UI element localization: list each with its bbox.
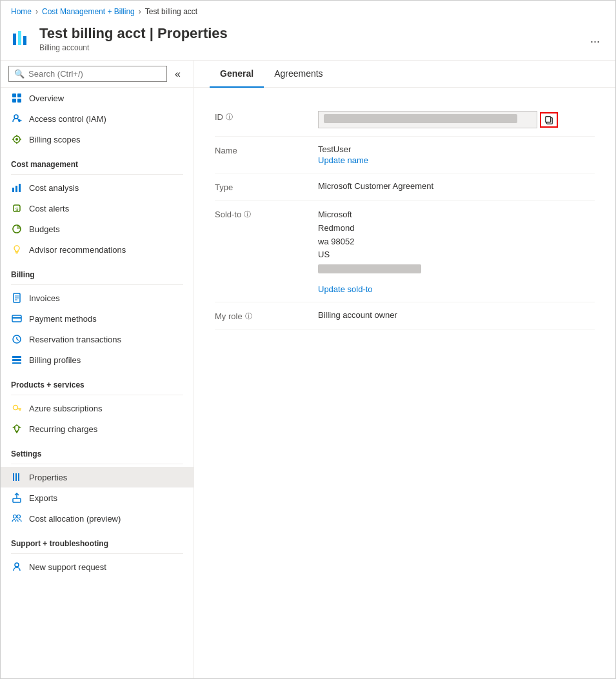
section-support: Support + troubleshooting xyxy=(1,531,194,551)
breadcrumb: Home › Cost Management + Billing › Test … xyxy=(1,1,615,20)
sidebar-item-overview[interactable]: Overview xyxy=(1,88,194,108)
svg-rect-39 xyxy=(15,473,17,481)
sidebar-item-advisor-label: Advisor recommendations xyxy=(29,245,126,255)
tab-agreements[interactable]: Agreements xyxy=(264,61,333,88)
sidebar-item-azure-subscriptions[interactable]: Azure subscriptions xyxy=(1,398,194,418)
sidebar-item-payment-methods[interactable]: Payment methods xyxy=(1,308,194,329)
sidebar-item-budgets[interactable]: Budgets xyxy=(1,219,194,239)
collapse-sidebar-button[interactable]: « xyxy=(170,68,186,80)
section-billing: Billing xyxy=(1,262,194,282)
more-options-button[interactable]: ... xyxy=(585,30,605,48)
property-row-sold-to: Sold-to ⓘ Microsoft Redmond wa 98052 US xyxy=(215,201,595,302)
svg-rect-47 xyxy=(546,116,551,122)
sidebar-item-properties-label: Properties xyxy=(29,473,67,482)
svg-rect-38 xyxy=(13,473,14,481)
svg-point-35 xyxy=(14,406,18,410)
person-group-icon xyxy=(11,513,23,524)
person-key-icon xyxy=(11,113,23,124)
search-bar: 🔍 « xyxy=(1,61,194,88)
svg-rect-16 xyxy=(12,188,14,192)
sidebar-item-invoices[interactable]: Invoices xyxy=(1,288,194,308)
search-input[interactable] xyxy=(28,69,161,79)
svg-rect-40 xyxy=(18,473,19,481)
property-value-my-role: Billing account owner xyxy=(318,310,595,321)
copy-id-button[interactable] xyxy=(540,112,558,128)
sidebar-item-properties[interactable]: Properties xyxy=(1,467,194,487)
svg-point-44 xyxy=(17,515,21,518)
dollar-alert-icon: $ xyxy=(11,202,23,214)
type-value: Microsoft Customer Agreement xyxy=(318,181,433,191)
header-icon xyxy=(11,28,32,49)
content-body: ID ⓘ xyxy=(194,88,615,345)
my-role-value: Billing account owner xyxy=(318,310,397,320)
property-label-id: ID ⓘ xyxy=(215,111,318,128)
property-label-type: Type xyxy=(215,181,318,192)
search-icon: 🔍 xyxy=(14,69,25,79)
scope-icon xyxy=(11,133,23,145)
page-title: Test billing acct | Properties xyxy=(39,25,585,42)
person-help-icon xyxy=(11,561,23,573)
sidebar-item-new-support[interactable]: New support request xyxy=(1,556,194,577)
sidebar-item-billing-scopes-label: Billing scopes xyxy=(29,135,81,144)
chart-icon xyxy=(11,182,23,193)
sidebar-item-cost-allocation[interactable]: Cost allocation (preview) xyxy=(1,508,194,529)
property-row-type: Type Microsoft Customer Agreement xyxy=(215,173,595,201)
sold-to-line2: Redmond xyxy=(318,222,595,235)
id-info-icon[interactable]: ⓘ xyxy=(226,112,233,122)
property-label-my-role: My role ⓘ xyxy=(215,310,318,321)
name-value: TestUser xyxy=(318,144,351,154)
sold-to-blurred xyxy=(318,264,421,273)
tab-general[interactable]: General xyxy=(210,61,264,88)
svg-text:$: $ xyxy=(15,206,19,212)
sidebar-item-budgets-label: Budgets xyxy=(29,224,60,234)
sidebar-item-azure-subscriptions-label: Azure subscriptions xyxy=(29,404,102,413)
section-products-services: Products + services xyxy=(1,373,194,392)
content-area: General Agreements ID ⓘ xyxy=(194,61,615,678)
sidebar-item-cost-alerts[interactable]: $ Cost alerts xyxy=(1,198,194,219)
sidebar-item-reservation-transactions-label: Reservation transactions xyxy=(29,335,121,344)
sidebar-item-invoices-label: Invoices xyxy=(29,293,60,303)
id-field xyxy=(318,111,537,128)
sidebar-item-exports[interactable]: Exports xyxy=(1,487,194,508)
sidebar-item-advisor[interactable]: Advisor recommendations xyxy=(1,239,194,260)
sidebar-item-billing-scopes[interactable]: Billing scopes xyxy=(1,129,194,150)
svg-rect-32 xyxy=(12,356,21,358)
sidebar-item-overview-label: Overview xyxy=(29,93,64,103)
export-icon xyxy=(11,492,23,504)
sidebar-item-cost-alerts-label: Cost alerts xyxy=(29,204,69,213)
page-header: Test billing acct | Properties Billing a… xyxy=(1,20,615,61)
sidebar-item-recurring-charges[interactable]: Recurring charges xyxy=(1,418,194,439)
section-settings: Settings xyxy=(1,442,194,461)
svg-point-11 xyxy=(15,138,18,141)
update-name-link[interactable]: Update name xyxy=(318,155,595,165)
breadcrumb-home[interactable]: Home xyxy=(11,7,32,16)
list-icon xyxy=(11,354,23,366)
sidebar-item-access-control[interactable]: Access control (IAM) xyxy=(1,108,194,129)
breadcrumb-cost-management[interactable]: Cost Management + Billing xyxy=(42,7,135,16)
svg-rect-1 xyxy=(18,31,21,45)
property-row-name: Name TestUser Update name xyxy=(215,137,595,173)
svg-rect-34 xyxy=(12,362,21,364)
update-sold-to-link[interactable]: Update sold-to xyxy=(318,284,595,294)
sold-to-line4: US xyxy=(318,248,595,262)
lightbulb-icon xyxy=(11,244,23,255)
svg-point-43 xyxy=(14,515,17,518)
svg-point-45 xyxy=(15,563,19,567)
svg-line-31 xyxy=(17,339,19,340)
my-role-info-icon[interactable]: ⓘ xyxy=(245,311,252,321)
content-tabs: General Agreements xyxy=(194,61,615,88)
property-value-sold-to: Microsoft Redmond wa 98052 US Update sol… xyxy=(318,208,595,294)
sidebar-item-reservation-transactions[interactable]: Reservation transactions xyxy=(1,329,194,349)
svg-rect-0 xyxy=(13,34,16,45)
sidebar-item-cost-analysis-label: Cost analysis xyxy=(29,183,79,193)
sold-to-info-icon[interactable]: ⓘ xyxy=(244,210,251,219)
divider-products xyxy=(11,395,183,395)
svg-point-7 xyxy=(14,115,18,119)
sidebar-item-recurring-charges-label: Recurring charges xyxy=(29,424,97,434)
divider-billing xyxy=(11,284,183,285)
divider-support xyxy=(11,553,183,554)
svg-rect-5 xyxy=(12,99,16,103)
sidebar-item-access-control-label: Access control (IAM) xyxy=(29,114,106,124)
sidebar-item-cost-analysis[interactable]: Cost analysis xyxy=(1,177,194,198)
sidebar-item-billing-profiles[interactable]: Billing profiles xyxy=(1,349,194,370)
